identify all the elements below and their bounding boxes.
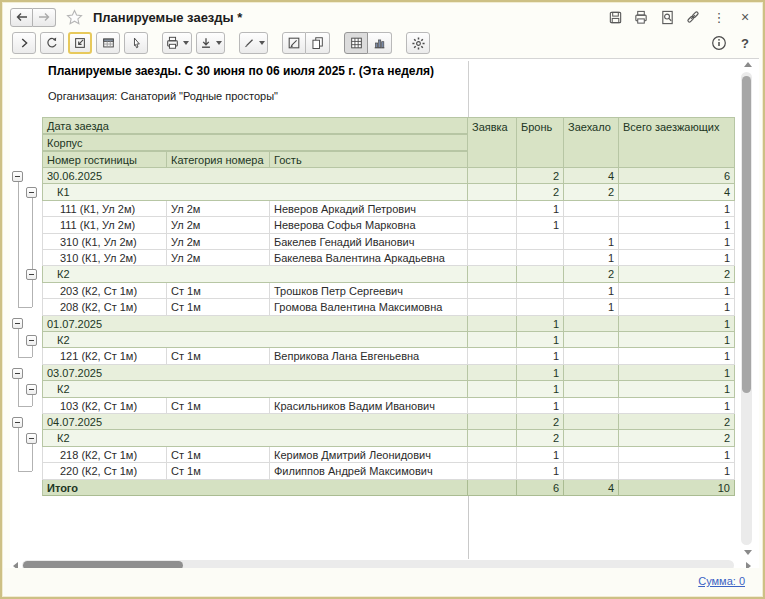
cell-group-label[interactable]: К2	[42, 430, 468, 446]
cell-zayavka[interactable]	[468, 332, 517, 348]
cell-total[interactable]: 1	[619, 463, 735, 479]
cell-zayavka[interactable]	[468, 217, 517, 233]
cell-bron[interactable]: 2	[517, 430, 564, 446]
cell-bron[interactable]: 1	[517, 201, 564, 217]
cell-category[interactable]: Ст 1м	[167, 463, 270, 479]
close-icon[interactable]: ×	[737, 9, 753, 25]
cell-zayavka[interactable]	[468, 283, 517, 299]
cell-bron[interactable]: 1	[517, 398, 564, 414]
settings-button[interactable]	[406, 32, 430, 54]
cell-category[interactable]: Ст 1м	[167, 348, 270, 364]
cell-guest[interactable]: Громова Валентина Максимовна	[270, 299, 468, 315]
cell-category[interactable]: Ул 2м	[167, 217, 270, 233]
cell-room[interactable]: 111 (К1, Ул 2м)	[42, 217, 167, 233]
cell-group-label[interactable]: Итого	[42, 480, 468, 496]
cell-zaehalo[interactable]	[564, 463, 619, 479]
info-icon[interactable]	[711, 35, 727, 51]
header-date[interactable]: Дата заезда	[42, 117, 468, 134]
cell-total[interactable]: 10	[619, 480, 735, 496]
cell-total[interactable]: 1	[619, 398, 735, 414]
cell-category[interactable]: Ст 1м	[167, 398, 270, 414]
cell-group-label[interactable]: К1	[42, 184, 468, 200]
cell-category[interactable]: Ст 1м	[167, 299, 270, 315]
cell-zayavka[interactable]	[468, 381, 517, 397]
cell-total[interactable]: 1	[619, 299, 735, 315]
cell-zaehalo[interactable]	[564, 332, 619, 348]
cell-bron[interactable]: 1	[517, 332, 564, 348]
select-mode-button[interactable]	[124, 32, 148, 54]
cell-zayavka[interactable]	[468, 480, 517, 496]
cell-bron[interactable]: 2	[517, 168, 564, 184]
cell-zayavka[interactable]	[468, 201, 517, 217]
generate-button[interactable]	[12, 32, 36, 54]
cell-total[interactable]: 1	[619, 348, 735, 364]
cell-zaehalo[interactable]	[564, 398, 619, 414]
refresh-button[interactable]	[40, 32, 64, 54]
cell-category[interactable]: Ул 2м	[167, 250, 270, 266]
header-total[interactable]: Всего заезжающих	[619, 117, 735, 168]
cell-group-label[interactable]: 04.07.2025	[42, 414, 468, 430]
cell-zayavka[interactable]	[468, 463, 517, 479]
collapse-button[interactable]	[26, 269, 37, 280]
cell-zaehalo[interactable]	[564, 381, 619, 397]
cell-room[interactable]: 208 (К2, Ст 1м)	[42, 299, 167, 315]
collapse-button[interactable]	[26, 335, 37, 346]
cell-category[interactable]: Ст 1м	[167, 447, 270, 463]
vscroll-up-arrow[interactable]	[744, 62, 752, 67]
cell-category[interactable]: Ул 2м	[167, 201, 270, 217]
help-button[interactable]: ?	[741, 36, 749, 51]
cell-bron[interactable]: 1	[517, 463, 564, 479]
more-menu-icon[interactable]: ⋮	[711, 9, 727, 25]
collapse-button[interactable]	[26, 433, 37, 444]
collapse-button[interactable]	[12, 171, 23, 182]
header-bron[interactable]: Бронь	[517, 117, 564, 168]
cell-zayavka[interactable]	[468, 365, 517, 381]
cell-room[interactable]: 203 (К2, Ст 1м)	[42, 283, 167, 299]
cell-bron[interactable]: 1	[517, 381, 564, 397]
cell-bron[interactable]: 1	[517, 447, 564, 463]
cell-zaehalo[interactable]	[564, 447, 619, 463]
header-room[interactable]: Номер гостиницы	[42, 151, 167, 168]
cell-zaehalo[interactable]: 1	[564, 250, 619, 266]
cell-room[interactable]: 220 (К2, Ст 1м)	[42, 463, 167, 479]
vscroll-down-arrow[interactable]	[744, 550, 752, 555]
collapse-button[interactable]	[26, 384, 37, 395]
formatting-dropdown-arrow[interactable]	[259, 41, 265, 45]
cell-zayavka[interactable]	[468, 348, 517, 364]
cell-zayavka[interactable]	[468, 250, 517, 266]
cell-bron[interactable]: 2	[517, 184, 564, 200]
header-category[interactable]: Категория номера	[167, 151, 270, 168]
cell-total[interactable]: 2	[619, 414, 735, 430]
cell-guest[interactable]: Керимов Дмитрий Леонидович	[270, 447, 468, 463]
cell-guest[interactable]: Неверова Софья Марковна	[270, 217, 468, 233]
cell-zayavka[interactable]	[468, 184, 517, 200]
cell-zaehalo[interactable]	[564, 316, 619, 332]
cell-total[interactable]: 1	[619, 201, 735, 217]
cell-total[interactable]: 2	[619, 266, 735, 282]
header-zayavka[interactable]: Заявка	[468, 117, 517, 168]
collapse-button[interactable]	[12, 318, 23, 329]
cell-total[interactable]: 1	[619, 365, 735, 381]
cell-zaehalo[interactable]	[564, 201, 619, 217]
show-chart-button[interactable]	[368, 32, 392, 54]
cell-zayavka[interactable]	[468, 168, 517, 184]
cell-zaehalo[interactable]	[564, 414, 619, 430]
cell-bron[interactable]: 2	[517, 414, 564, 430]
cell-zaehalo[interactable]: 2	[564, 266, 619, 282]
save-file-button[interactable]	[196, 32, 225, 54]
cell-bron[interactable]	[517, 234, 564, 250]
collapse-button[interactable]	[26, 187, 37, 198]
cell-group-label[interactable]: К2	[42, 381, 468, 397]
cell-zayavka[interactable]	[468, 447, 517, 463]
cell-room[interactable]: 103 (К2, Ст 1м)	[42, 398, 167, 414]
cell-zaehalo[interactable]	[564, 348, 619, 364]
cell-room[interactable]: 310 (К1, Ул 2м)	[42, 234, 167, 250]
cell-total[interactable]: 1	[619, 283, 735, 299]
cell-total[interactable]: 4	[619, 184, 735, 200]
cell-guest[interactable]: Трошков Петр Сергеевич	[270, 283, 468, 299]
cell-room[interactable]: 218 (К2, Ст 1м)	[42, 447, 167, 463]
cell-total[interactable]: 1	[619, 217, 735, 233]
save-icon[interactable]	[607, 9, 623, 25]
cell-zayavka[interactable]	[468, 234, 517, 250]
cell-room[interactable]: 310 (К1, Ул 2м)	[42, 250, 167, 266]
